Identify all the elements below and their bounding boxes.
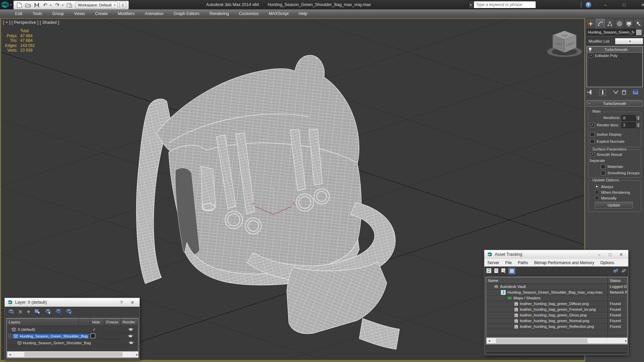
undo-icon[interactable]: ↶ <box>41 2 49 8</box>
render-toggle[interactable] <box>124 341 138 345</box>
new-file-icon[interactable] <box>15 2 23 8</box>
asset-row-maxfile[interactable]: 3 Hunting_Season_Green_Shoulder_Bag_max_… <box>486 290 627 295</box>
context-help-icon[interactable]: ? <box>621 268 626 274</box>
refresh-icon[interactable] <box>486 268 491 274</box>
tab-display[interactable] <box>624 19 634 28</box>
asset-maximize-button[interactable]: □ <box>606 252 614 257</box>
tab-hierarchy[interactable] <box>605 19 615 28</box>
scroll-right-icon[interactable]: ► <box>625 339 628 343</box>
pin-stack-icon[interactable] <box>587 89 593 96</box>
menu-maxscript[interactable]: MAXScript <box>264 9 293 18</box>
project-folder-icon[interactable] <box>65 2 73 8</box>
isoline-checkbox[interactable] <box>590 132 595 137</box>
tab-modify[interactable] <box>596 19 605 28</box>
layer-row-hunting-bag[interactable]: − Hunting_Season_Green_Shoulder_Bag <box>7 333 138 340</box>
iterations-field[interactable]: 0 <box>622 115 636 121</box>
menu-tools[interactable]: Tools <box>28 9 47 18</box>
favorites-star-icon[interactable]: ★ <box>570 1 578 8</box>
set-current-layer-icon[interactable] <box>45 309 51 315</box>
asset-dialog-titlebar[interactable]: Asset Tracking – □ ✕ <box>484 250 628 259</box>
explicit-normals-checkbox[interactable] <box>590 139 595 144</box>
highlight-selected-layer-icon[interactable] <box>55 309 62 315</box>
shoulder-bag-model[interactable] <box>137 55 399 349</box>
render-iters-spinner[interactable] <box>636 122 641 128</box>
asset-row-diffuse[interactable]: leather_hunting_bag_green_Diffuse.png Fo… <box>486 301 627 307</box>
render-iters-checkbox[interactable]: ✓ <box>590 123 595 127</box>
layer-row-default[interactable]: 0 (default) ✓ <box>7 326 138 333</box>
manually-radio[interactable] <box>595 196 599 200</box>
tab-motion[interactable] <box>615 19 625 28</box>
iterations-spinner[interactable] <box>636 115 641 121</box>
show-end-result-icon[interactable] <box>599 89 606 96</box>
undo-dropdown-icon[interactable]: ▾ <box>50 4 53 7</box>
stack-item-editable-poly[interactable]: + Editable Poly <box>587 53 642 58</box>
menu-modifiers[interactable]: Modifiers <box>113 9 140 18</box>
menu-rendering[interactable]: Rendering <box>205 9 234 18</box>
menu-create[interactable]: Create <box>90 9 113 18</box>
asset-menu-file[interactable]: File <box>502 260 515 265</box>
col-current[interactable] <box>79 318 90 326</box>
collapse-minus-icon[interactable]: − <box>8 334 11 338</box>
menu-help[interactable]: Help <box>293 9 312 18</box>
layer-dialog-close-button[interactable]: ✕ <box>128 300 137 305</box>
scroll-left-icon[interactable]: ◄ <box>8 353 11 356</box>
search-go-icon[interactable]: ▸ <box>468 1 474 9</box>
create-new-layer-icon[interactable] <box>8 309 14 315</box>
report-view-icon[interactable] <box>501 268 506 274</box>
redo-icon[interactable]: ↷ <box>53 2 61 8</box>
asset-menu-bitmap-performance[interactable]: Bitmap Performance and Memory <box>531 260 597 265</box>
toolbar-overflow-button[interactable]: ▾▾ <box>119 2 126 8</box>
asset-minimize-button[interactable]: – <box>595 252 603 257</box>
search-input[interactable] <box>474 1 536 8</box>
help-icon[interactable]: ? <box>585 1 592 8</box>
layer-row-object[interactable]: Hunting_Season_Green_Shoulder_Bag <box>7 340 138 346</box>
materials-checkbox[interactable] <box>601 164 605 169</box>
menu-views[interactable]: Views <box>69 9 90 18</box>
col-freeze[interactable]: Freeze <box>104 318 121 326</box>
asset-row-reflection[interactable]: leather_hunting_bag_green_Reflection.png… <box>486 324 627 329</box>
smooth-result-checkbox[interactable]: ✓ <box>590 152 595 157</box>
layer-dialog-titlebar[interactable]: Layer: 0 (default) ? ✕ <box>5 298 140 307</box>
redo-dropdown-icon[interactable]: ▾ <box>62 4 65 7</box>
menu-edit[interactable]: Edit <box>10 9 28 18</box>
asset-row-fresnel[interactable]: leather_hunting_bag_green_Fresnel_ior.pn… <box>486 307 627 312</box>
scroll-thumb[interactable] <box>496 339 587 343</box>
asset-row-maps[interactable]: Maps / Shaders <box>486 295 627 301</box>
maximize-button[interactable]: □ <box>620 2 629 7</box>
list-view-icon[interactable] <box>494 268 498 274</box>
current-layer-check-icon[interactable]: ✓ <box>90 327 98 332</box>
turbosmooth-rollout-header[interactable]: − TurboSmooth <box>587 100 643 107</box>
asset-row-normal[interactable]: leather_hunting_bag_green_Normal.png Fou… <box>486 318 627 324</box>
scroll-thumb[interactable] <box>24 352 122 357</box>
asset-row-vault[interactable]: Autodesk Vault Logged O <box>486 284 627 290</box>
sign-in-key-icon[interactable] <box>549 1 556 8</box>
asset-row-gloss[interactable]: leather_hunting_bag_green_Gloss.png Foun… <box>486 312 627 318</box>
col-status[interactable]: Status <box>607 277 627 284</box>
search-binoculars-icon[interactable] <box>538 1 545 8</box>
delete-layer-icon[interactable]: ✕ <box>18 309 22 315</box>
object-name-field[interactable] <box>587 29 636 36</box>
vault-help-icon[interactable]: ? <box>613 268 618 274</box>
layer-horizontal-scrollbar[interactable]: ◄ ► <box>7 351 139 358</box>
asset-horizontal-scrollbar[interactable]: ◄ ► <box>486 338 628 344</box>
current-layer-checkbox[interactable] <box>89 334 97 339</box>
viewport-label[interactable]: [ + ] [ Perspective ] [ Shaded ] <box>3 20 59 25</box>
modifier-list-dropdown[interactable]: Modifier List ▾ <box>587 38 643 45</box>
stack-item-turbosmooth[interactable]: TurboSmooth <box>587 47 642 53</box>
select-layer-objects-icon[interactable] <box>35 309 41 315</box>
asset-menu-options[interactable]: Options <box>597 260 617 265</box>
communication-center-icon[interactable] <box>559 1 567 8</box>
when-rendering-radio[interactable] <box>595 190 599 194</box>
col-layers[interactable]: Layers <box>7 318 79 326</box>
layer-dialog-help-button[interactable]: ? <box>117 300 126 305</box>
col-render[interactable]: Render <box>121 318 138 326</box>
menu-group[interactable]: Group <box>47 9 69 18</box>
save-file-icon[interactable] <box>33 2 41 8</box>
always-radio[interactable] <box>595 184 599 189</box>
asset-close-button[interactable]: ✕ <box>617 252 626 257</box>
open-file-icon[interactable] <box>24 2 32 8</box>
expand-plus-icon[interactable]: + <box>589 53 593 58</box>
asset-menu-server[interactable]: Server <box>484 260 502 265</box>
menu-customize[interactable]: Customize <box>234 9 264 18</box>
tab-create[interactable] <box>586 19 596 28</box>
